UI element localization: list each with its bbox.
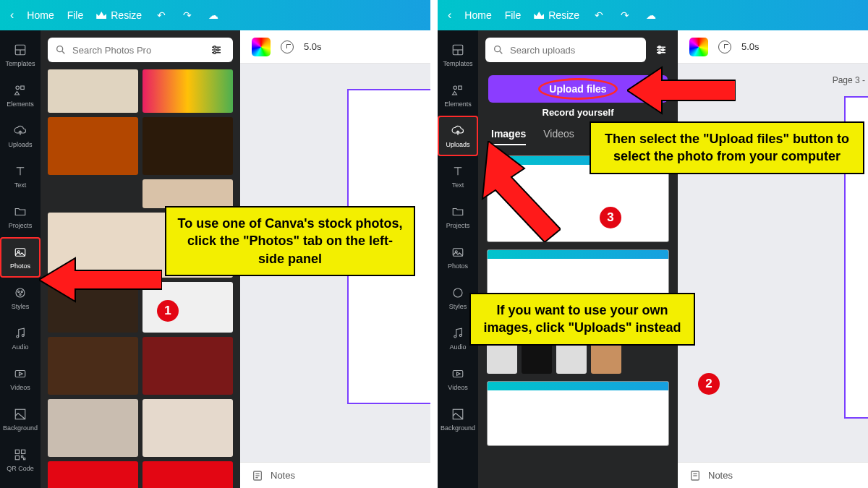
step-badge-1: 1	[157, 300, 179, 322]
callout-3: Then select the "Upload files" button to…	[590, 121, 864, 174]
svg-rect-23	[22, 456, 23, 458]
upload-thumb[interactable]	[556, 343, 587, 374]
svg-marker-53	[457, 372, 461, 376]
photo-thumb[interactable]	[48, 461, 138, 488]
step-badge-3: 3	[600, 207, 621, 228]
svg-line-26	[62, 51, 64, 53]
upload-thumb[interactable]	[522, 343, 552, 374]
rail-text[interactable]: Text	[0, 156, 41, 197]
crown-icon	[96, 9, 106, 21]
page-label: Page 3 -	[833, 75, 865, 85]
svg-rect-20	[15, 450, 19, 453]
annotation-arrow	[474, 141, 561, 242]
resize-menu[interactable]: Resize	[96, 9, 142, 21]
rail-uploads[interactable]: Uploads	[0, 116, 41, 156]
rail-photos[interactable]: Photos	[0, 237, 41, 278]
rail-background[interactable]: Background	[438, 399, 478, 440]
photo-thumb[interactable]	[142, 69, 233, 113]
rail-projects[interactable]: Projects	[438, 197, 478, 237]
rail-uploads[interactable]: Uploads	[438, 116, 478, 156]
color-swatch[interactable]	[252, 38, 271, 56]
svg-rect-21	[22, 450, 25, 453]
rail-background[interactable]: Background	[0, 399, 41, 440]
search-photos[interactable]	[48, 38, 233, 62]
svg-point-32	[213, 51, 216, 53]
svg-marker-66	[627, 67, 736, 114]
svg-rect-22	[15, 456, 19, 460]
svg-marker-67	[482, 141, 561, 242]
annotation-arrow	[627, 61, 736, 119]
search-input[interactable]	[72, 45, 201, 56]
svg-point-16	[22, 335, 24, 337]
undo-icon[interactable]: ↶	[592, 9, 605, 22]
rail-elements[interactable]: Elements	[438, 75, 478, 116]
photo-thumb[interactable]	[48, 117, 138, 175]
resize-menu[interactable]: Resize	[534, 9, 579, 21]
svg-point-50	[454, 335, 456, 338]
upload-thumb[interactable]	[591, 343, 621, 374]
notes-button[interactable]: Notes	[271, 470, 295, 481]
annotation-circle	[538, 78, 618, 100]
svg-line-56	[500, 51, 502, 53]
notes-icon	[689, 470, 701, 481]
file-menu[interactable]: File	[67, 9, 84, 21]
callout-1: To use one of Canva's stock photos, clic…	[165, 206, 415, 276]
rail-audio[interactable]: Audio	[0, 318, 41, 359]
photo-thumb[interactable]	[48, 337, 138, 395]
redo-icon[interactable]: ↷	[181, 9, 194, 22]
rail-elements[interactable]: Elements	[0, 75, 41, 116]
callout-2: If you want to use your own images, clic…	[469, 293, 695, 346]
svg-marker-5	[15, 92, 20, 95]
topbar: ‹ Home File Resize ↶ ↷ ☁	[438, 0, 868, 30]
svg-point-3	[16, 86, 20, 90]
rail-projects[interactable]: Projects	[0, 197, 41, 237]
footer: Notes	[240, 462, 430, 488]
clock-icon	[718, 40, 731, 53]
svg-point-31	[217, 49, 219, 51]
step-badge-2: 2	[698, 373, 720, 395]
back-icon[interactable]: ‹	[10, 9, 14, 22]
rail-videos[interactable]: Videos	[438, 359, 478, 399]
rail-qrcode[interactable]: QR Code	[0, 440, 41, 480]
search-uploads[interactable]	[485, 38, 646, 62]
rail-styles[interactable]: Styles	[0, 278, 41, 318]
rail-templates[interactable]: Templates	[438, 35, 478, 75]
duration-label[interactable]: 5.0s	[741, 41, 760, 52]
undo-icon[interactable]: ↶	[155, 9, 168, 22]
photo-thumb[interactable]	[142, 461, 233, 488]
file-menu[interactable]: File	[505, 9, 522, 21]
search-icon	[55, 44, 67, 56]
home-link[interactable]: Home	[27, 9, 54, 21]
photo-thumb[interactable]	[142, 399, 233, 457]
cloud-sync-icon: ☁	[644, 9, 658, 22]
search-input[interactable]	[510, 45, 639, 56]
duration-label[interactable]: 5.0s	[304, 41, 322, 52]
footer: Notes	[678, 462, 868, 488]
svg-point-11	[16, 288, 25, 297]
svg-marker-18	[20, 372, 23, 376]
rail-text[interactable]: Text	[438, 156, 478, 197]
rail-photos[interactable]: Photos	[438, 237, 478, 278]
upload-thumb[interactable]	[487, 381, 669, 446]
home-link[interactable]: Home	[464, 9, 491, 21]
crown-icon	[534, 9, 544, 21]
svg-rect-42	[459, 86, 462, 90]
notes-button[interactable]: Notes	[708, 470, 733, 481]
svg-point-12	[18, 291, 20, 292]
redo-icon[interactable]: ↷	[618, 9, 631, 22]
filter-icon[interactable]	[207, 40, 226, 59]
clock-icon	[281, 40, 294, 53]
upload-thumb[interactable]	[487, 343, 517, 374]
rail-templates[interactable]: Templates	[0, 35, 41, 75]
svg-point-51	[459, 335, 461, 337]
photo-thumb[interactable]	[142, 117, 233, 175]
filter-icon[interactable]	[652, 40, 671, 59]
photo-thumb[interactable]	[48, 69, 138, 113]
photo-thumb[interactable]	[142, 179, 233, 208]
back-icon[interactable]: ‹	[448, 9, 451, 22]
photo-thumb[interactable]	[142, 337, 233, 395]
photo-thumb[interactable]	[48, 399, 138, 457]
color-swatch[interactable]	[689, 38, 708, 56]
rail-videos[interactable]: Videos	[0, 359, 41, 399]
svg-marker-43	[453, 92, 457, 95]
